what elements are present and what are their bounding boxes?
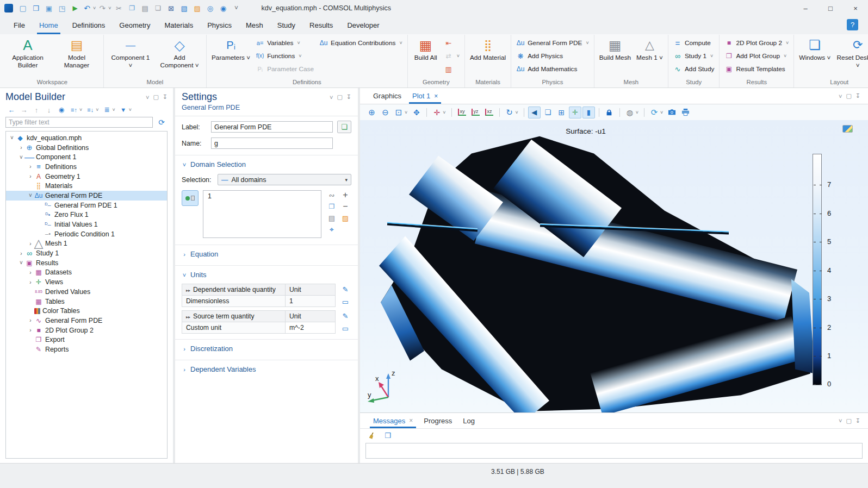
save-as-button[interactable]: ◳ (55, 2, 69, 15)
table-expander-icon[interactable]: ▸▸ (186, 315, 190, 320)
expand-section-icon[interactable]: › (182, 251, 187, 258)
undo-button[interactable]: ↶˅ (82, 2, 97, 15)
minimize-button[interactable]: – (793, 0, 818, 16)
paste-button[interactable]: ▤ (139, 2, 152, 15)
tree-node-geometry-1[interactable]: ›AGeometry 1 (6, 172, 167, 182)
scene-light-button[interactable]: ◀ (528, 107, 541, 118)
tree-node-derived-values[interactable]: 8.85Derived Values (6, 287, 167, 297)
go-to-default-view-button[interactable]: ✛˅ (431, 107, 447, 118)
expand-arrow-icon[interactable]: › (17, 145, 25, 151)
section-equation[interactable]: › Equation (175, 245, 358, 261)
tree-node-mesh-1[interactable]: ›△Mesh 1 (6, 239, 167, 249)
expand-arrow-icon[interactable]: › (27, 327, 34, 333)
parameters-button[interactable]: PᵢParameters ˅ (209, 35, 252, 77)
menu-tab-file[interactable]: File (7, 16, 32, 34)
panel-menu-icon[interactable]: ˅ (146, 94, 149, 101)
copy-selection-button[interactable]: ❐ (326, 202, 338, 211)
tab-messages[interactable]: Messages × (368, 413, 418, 428)
insert-sequence-button[interactable]: ⇄˅ (442, 51, 462, 61)
menu-tab-developer[interactable]: Developer (340, 16, 386, 34)
maximize-button[interactable]: □ (818, 0, 843, 16)
move-down-button[interactable]: ↓ (43, 104, 55, 115)
tree-node-global-definitions[interactable]: ›⊕Global Definitions (6, 143, 167, 153)
redo-button[interactable]: ↷˅ (97, 2, 112, 15)
new-file-button[interactable]: ▢ (16, 2, 29, 15)
section-discretization[interactable]: › Discretization (175, 339, 358, 356)
messages-output[interactable] (365, 443, 863, 459)
active-selection-toggle[interactable] (182, 190, 199, 206)
tree-node-2d-plot-group-2[interactable]: ›■2D Plot Group 2 (6, 326, 167, 335)
collapse-arrow-icon[interactable]: ˅ (8, 135, 16, 141)
domain-list-item[interactable]: 1 (203, 191, 321, 202)
view-yz-button[interactable]: yz (469, 107, 482, 118)
clear-messages-button[interactable] (365, 430, 377, 441)
pin-panel-icon[interactable]: ↧ (855, 417, 860, 424)
section-units[interactable]: ˅ Units (175, 265, 358, 282)
tree-node-general-form-pde[interactable]: ›∿General Form PDE (6, 316, 167, 326)
tab-graphics[interactable]: Graphics (368, 88, 407, 104)
plot-group-dropdown[interactable]: ■2D Plot Group 2˅ (722, 37, 791, 48)
menu-tab-home[interactable]: Home (32, 16, 65, 34)
edit-source-quantity-button[interactable]: ✎ (339, 310, 351, 321)
tree-node-reports[interactable]: ✎Reports (6, 345, 167, 354)
tree-node-general-form-pde-1[interactable]: ᴰ–General Form PDE 1 (6, 201, 167, 210)
menu-tab-geometry[interactable]: Geometry (112, 16, 157, 34)
name-input[interactable] (211, 137, 333, 149)
float-panel-icon[interactable]: ▢ (846, 92, 851, 99)
transparency-button[interactable]: ❏ (542, 107, 554, 118)
expand-arrow-icon[interactable]: › (27, 279, 34, 285)
duplicate-button[interactable]: ❏ (152, 2, 165, 15)
section-domain-selection[interactable]: ˅ Domain Selection (175, 155, 358, 172)
close-button[interactable]: × (843, 0, 868, 16)
run-button[interactable]: ▶ (69, 2, 82, 15)
close-icon[interactable]: × (434, 92, 438, 100)
collapse-section-icon[interactable]: ˅ (182, 161, 187, 168)
select-box-button[interactable]: ▧ (178, 2, 191, 15)
plot-thumbnail-icon[interactable] (842, 125, 853, 133)
collapse-arrow-icon[interactable]: ˅ (27, 192, 34, 198)
node-text-button[interactable]: ≣˅ (101, 104, 117, 115)
copy-button[interactable]: ❐ (126, 2, 139, 15)
paste-selection-button[interactable]: ▤ (326, 213, 338, 223)
zoom-out-button[interactable]: ⊖ (379, 107, 392, 118)
menu-tab-results[interactable]: Results (302, 16, 340, 34)
reset-desktop-button[interactable]: ⟳Reset Desktop ˅ (834, 35, 868, 77)
tree-node-initial-values-1[interactable]: ᴰ–Initial Values 1 (6, 220, 167, 229)
dependent-unit-cell[interactable]: 1 (286, 296, 336, 307)
pin-panel-icon[interactable]: ↧ (855, 92, 860, 99)
tab-plot-1[interactable]: Plot 1 × (407, 88, 443, 104)
selection-dropdown[interactable]: — All domains ▾ (218, 174, 351, 185)
tree-node-kdv-equation-mph[interactable]: ˅◆kdv_equation.mph (6, 133, 167, 143)
back-button[interactable]: ← (5, 104, 17, 115)
remove-from-selection-button[interactable]: − (339, 202, 351, 211)
snapshot-button[interactable] (666, 107, 678, 118)
table-expander-icon[interactable]: ▸▸ (186, 288, 190, 293)
tree-node-results[interactable]: ˅▣Results (6, 258, 167, 268)
expand-arrow-icon[interactable]: › (27, 317, 34, 323)
component-1-button[interactable]: —Component 1 ˅ (107, 35, 154, 77)
study-1-button[interactable]: ∞Study 1˅ (671, 51, 716, 61)
zoom-box-button[interactable]: ⊡˅ (393, 107, 409, 118)
collapse-arrow-icon[interactable]: ˅ (17, 260, 25, 266)
tree-node-study-1[interactable]: ›∞Study 1 (6, 248, 167, 258)
virtual-operations-button[interactable]: ▥ (442, 64, 462, 74)
expand-arrow-icon[interactable]: › (27, 270, 34, 276)
expand-arrow-icon[interactable]: › (27, 164, 34, 170)
rotate-view-button[interactable]: ↻˅ (504, 107, 520, 118)
create-selection-button[interactable]: ∾ (326, 190, 338, 200)
source-quantity-cell[interactable]: Custom unit (182, 322, 286, 334)
parameter-case-button[interactable]: PᵢParameter Case (253, 64, 316, 74)
image-grid-button[interactable]: ⊞ (555, 107, 568, 118)
lock-view-button[interactable] (603, 107, 616, 118)
environment-button[interactable]: ◍˅ (624, 107, 640, 118)
plot-area[interactable]: Surface: -u1 76543210 z x y (360, 120, 868, 412)
preview-button[interactable]: ◉ (217, 2, 230, 15)
collapse-all-button[interactable]: ≡↓˅ (84, 104, 100, 115)
add-component-button[interactable]: ◇Add Component ˅ (156, 35, 203, 77)
model-manager-button[interactable]: ▤Model Manager (53, 35, 101, 77)
tree-node-periodic-condition-1[interactable]: –•Periodic Condition 1 (6, 229, 167, 239)
import-button[interactable]: ⇤ (442, 37, 462, 48)
menu-tab-study[interactable]: Study (270, 16, 302, 34)
add-plot-group-button[interactable]: ❐Add Plot Group˅ (722, 51, 791, 61)
menu-tab-definitions[interactable]: Definitions (65, 16, 113, 34)
